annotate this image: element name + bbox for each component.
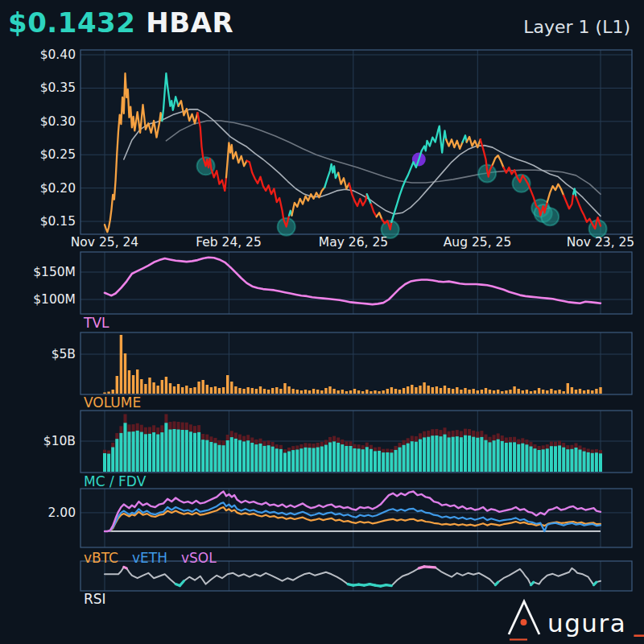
ratio-legend: vBTC vETH vSOL [84, 550, 217, 566]
hbar-dashboard: $0.1432 HBAR Layer 1 (L1) $0.40 $0.35 $0… [0, 0, 644, 644]
brand-text: ugura [547, 611, 626, 636]
header: $0.1432 HBAR [8, 6, 233, 39]
brand-underscore: _ [634, 614, 644, 635]
brand-logo: ugura _ [505, 598, 644, 643]
date-xtick: Aug 25, 25 [444, 235, 512, 250]
price-ytick: $0.35 [0, 80, 76, 95]
tvl-panel-label: TVL [84, 315, 109, 331]
current-price: $0.1432 [8, 6, 135, 39]
volume-ytick: $5B [0, 347, 76, 361]
asset-symbol: HBAR [146, 6, 233, 39]
rsi-panel-label: RSI [84, 591, 106, 607]
tvl-ytick: $150M [0, 265, 76, 279]
legend-item-vsol: vSOL [181, 550, 217, 566]
mc-fdv-panel-label: MC / FDV [84, 473, 146, 489]
legend-item-veth: vETH [132, 550, 167, 566]
asset-category: Layer 1 (L1) [523, 17, 630, 37]
price-ytick: $0.15 [0, 214, 76, 229]
mc-fdv-ytick: $10B [0, 434, 76, 448]
augura-triangle-icon [505, 598, 543, 643]
volume-panel-label: VOLUME [84, 394, 141, 411]
price-ytick: $0.20 [0, 181, 76, 196]
price-ytick: $0.40 [0, 47, 76, 62]
date-xtick: May 26, 25 [319, 235, 388, 250]
date-xtick: Feb 24, 25 [196, 235, 262, 250]
tvl-ytick: $100M [0, 292, 76, 307]
ratio-ytick: 2.00 [0, 506, 76, 520]
legend-item-vbtc: vBTC [84, 550, 118, 566]
price-ytick: $0.30 [0, 114, 76, 129]
date-xtick: Nov 23, 25 [567, 235, 634, 250]
date-xtick: Nov 25, 24 [71, 235, 138, 250]
price-ytick: $0.25 [0, 147, 76, 162]
